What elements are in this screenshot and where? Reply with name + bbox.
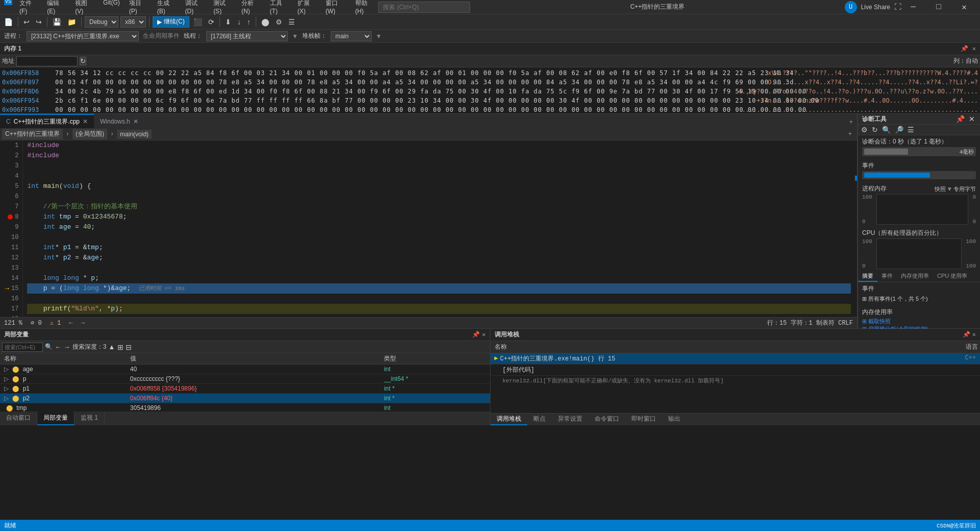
undo-btn[interactable]: ↩ bbox=[21, 17, 32, 27]
menu-debug[interactable]: 调试(D) bbox=[181, 0, 209, 17]
diag-pin-btn[interactable]: 📌 bbox=[955, 114, 966, 124]
locals-search[interactable] bbox=[2, 343, 43, 352]
locals-close-btn[interactable]: ✕ bbox=[482, 331, 485, 339]
step-over-btn[interactable]: ⬇ bbox=[223, 17, 233, 27]
menu-file[interactable]: 文件(F) bbox=[15, 0, 42, 17]
callstack-tab-3[interactable]: 命令窗口 bbox=[589, 414, 625, 425]
nav-back-btn[interactable]: ← bbox=[69, 320, 72, 327]
menu-view[interactable]: 视图(V) bbox=[71, 0, 98, 17]
redo-btn[interactable]: ↪ bbox=[34, 17, 44, 27]
all-events-item[interactable]: ⊞ 所有事件(1 个，共 5 个) bbox=[862, 294, 976, 304]
locals-tab-locals[interactable]: 局部变量 bbox=[37, 412, 75, 425]
open-btn[interactable]: 📁 bbox=[65, 17, 78, 27]
global-search[interactable] bbox=[378, 2, 470, 13]
diag-close-btn[interactable]: ✕ bbox=[968, 114, 976, 124]
callstack-close-btn[interactable]: ✕ bbox=[972, 331, 976, 339]
locals-row[interactable]: ▷ ⬤ p2 0x006ff84c {40} int * bbox=[0, 394, 490, 403]
step-out-btn[interactable]: ↑ bbox=[245, 17, 253, 27]
diag-tab-cpu[interactable]: CPU 使用率 bbox=[933, 271, 971, 282]
minimize-btn[interactable]: ─ bbox=[901, 0, 925, 14]
menu-test[interactable]: 测试(S) bbox=[209, 0, 236, 17]
stack-select[interactable]: main bbox=[331, 31, 372, 41]
diag-settings-btn[interactable]: ⚙ bbox=[860, 125, 869, 135]
pin-btn[interactable]: 📌 bbox=[961, 45, 968, 53]
callstack-row[interactable]: [外部代码] bbox=[491, 365, 981, 376]
debug-config-select[interactable]: Debug bbox=[85, 16, 118, 28]
menu-help[interactable]: 帮助(H) bbox=[351, 0, 379, 17]
diag-zoom-btn[interactable]: 🔎 bbox=[894, 125, 904, 135]
expand-icon[interactable]: ▷ bbox=[4, 385, 9, 392]
menu-extensions[interactable]: 扩展(X) bbox=[293, 0, 321, 17]
menu-tools[interactable]: 工具(T) bbox=[266, 0, 292, 17]
callstack-tab-4[interactable]: 即时窗口 bbox=[625, 414, 662, 425]
restore-btn[interactable]: □ bbox=[927, 0, 950, 14]
platform-select[interactable]: x86 bbox=[120, 16, 146, 28]
menu-project[interactable]: 项目(P) bbox=[125, 0, 152, 17]
menu-window[interactable]: 窗口(W) bbox=[322, 0, 350, 17]
callstack-tab-2[interactable]: 异常设置 bbox=[552, 414, 589, 425]
expand-all-btn[interactable]: ⊞ bbox=[117, 343, 124, 351]
collapse-all-btn[interactable]: ⊟ bbox=[126, 343, 132, 351]
restart-btn[interactable]: ⟳ bbox=[206, 17, 216, 27]
locals-pin-btn[interactable]: 📌 bbox=[472, 331, 480, 339]
callstack-tab-1[interactable]: 断点 bbox=[527, 414, 552, 425]
locals-tab-watch[interactable]: 监视 1 bbox=[75, 412, 105, 425]
step-into-btn[interactable]: ↓ bbox=[235, 17, 243, 27]
callstack-tab-0[interactable]: 调用堆栈 bbox=[491, 414, 527, 425]
live-share-btn[interactable]: Live Share bbox=[861, 4, 890, 11]
locals-value-cell[interactable]: 305419896 bbox=[126, 403, 380, 412]
close-btn[interactable]: ✕ bbox=[952, 0, 976, 14]
editor-scrollbar[interactable] bbox=[855, 140, 857, 317]
locals-value-cell[interactable]: 0x006ff858 {305419896} bbox=[126, 384, 380, 394]
menu-build[interactable]: 生成(B) bbox=[153, 0, 180, 17]
thread-select[interactable]: [17268] 主线程 bbox=[206, 31, 288, 41]
expand-icon[interactable]: ▷ bbox=[4, 366, 9, 373]
editor-tab-main[interactable]: C C++指针的三重境界.cpp ✕ bbox=[0, 114, 94, 128]
editor-tab-windows[interactable]: Windows.h ✕ bbox=[94, 114, 144, 128]
diag-menu-btn[interactable]: ☰ bbox=[906, 125, 915, 135]
diag-tab-summary[interactable]: 摘要 bbox=[858, 271, 877, 282]
callstack-tab-5[interactable]: 输出 bbox=[662, 414, 687, 425]
stop-btn[interactable]: ⬛ bbox=[191, 17, 204, 27]
add-watch-btn[interactable]: + bbox=[845, 131, 855, 138]
callstack-pin-btn[interactable]: 📌 bbox=[963, 331, 970, 339]
callstack-row[interactable]: ▶C++指针的三重境界.exe!main() 行 15C++ bbox=[491, 353, 981, 365]
expand-icon[interactable]: ⛶ bbox=[894, 3, 901, 11]
save-btn[interactable]: 💾 bbox=[51, 17, 63, 27]
refresh-mem-btn[interactable]: ↻ bbox=[80, 57, 86, 65]
new-file-btn[interactable]: 📄 bbox=[2, 17, 15, 27]
bp-settings-btn[interactable]: ⚙ bbox=[274, 17, 284, 27]
breakpoint-indicator[interactable] bbox=[8, 214, 13, 220]
expand-icon[interactable]: ▷ bbox=[4, 395, 9, 402]
close-memory-btn[interactable]: ✕ bbox=[972, 45, 976, 53]
menu-git[interactable]: Git(G) bbox=[99, 0, 124, 17]
nav-forward-btn[interactable]: → bbox=[81, 320, 85, 327]
memory-address-input[interactable]: 0x006FF858 bbox=[16, 56, 78, 66]
menu-analyze[interactable]: 分析(N) bbox=[237, 0, 265, 17]
process-select[interactable]: [23132] C++指针的三重境界.exe bbox=[27, 31, 139, 41]
bp-list-btn[interactable]: ☰ bbox=[286, 17, 297, 27]
depth-up-btn[interactable]: ▲ bbox=[108, 343, 115, 351]
close-windows-tab-btn[interactable]: ✕ bbox=[133, 118, 138, 125]
locals-row[interactable]: ▷ ⬤ p1 0x006ff858 {305419896} int * bbox=[0, 384, 490, 394]
menu-edit[interactable]: 编辑(E) bbox=[43, 0, 70, 17]
bp-btn[interactable]: ⬤ bbox=[259, 17, 272, 27]
take-snapshot-btn[interactable]: ⊞ 截取快照 bbox=[862, 318, 976, 325]
new-tab-btn[interactable]: + bbox=[845, 117, 857, 128]
continue-btn[interactable]: ▶ 继续(C) bbox=[153, 16, 189, 28]
locals-tab-auto[interactable]: 自动窗口 bbox=[0, 412, 37, 425]
diag-tab-mem[interactable]: 内存使用率 bbox=[897, 271, 933, 282]
code-content[interactable]: #include#includeint main(void) { //第一个层次… bbox=[23, 140, 855, 317]
expand-icon[interactable]: ▷ bbox=[4, 375, 9, 382]
locals-value-cell[interactable]: 0x006ff84c {40} bbox=[126, 394, 380, 403]
locals-forward-btn[interactable]: → bbox=[63, 343, 70, 351]
locals-value-cell[interactable]: 0xccccccccc {???} bbox=[126, 374, 380, 384]
diag-search-btn[interactable]: 🔍 bbox=[881, 125, 892, 135]
close-tab-btn[interactable]: ✕ bbox=[83, 118, 88, 125]
diag-refresh-btn[interactable]: ↻ bbox=[871, 125, 879, 135]
locals-back-btn[interactable]: ← bbox=[55, 343, 61, 351]
diag-tab-events[interactable]: 事件 bbox=[877, 271, 897, 282]
locals-row[interactable]: ▷ ⬤ p 0xccccccccc {???} __int64 * bbox=[0, 374, 490, 384]
locals-row[interactable]: ⬤ tmp 305419896 int bbox=[0, 403, 490, 412]
locals-row[interactable]: ▷ ⬤ age 40 int bbox=[0, 365, 490, 374]
